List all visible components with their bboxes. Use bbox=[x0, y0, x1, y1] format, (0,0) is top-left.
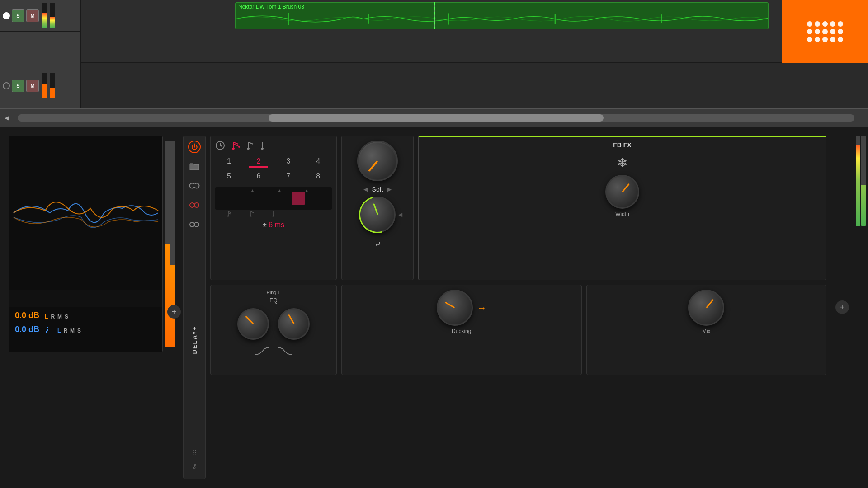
track-1-solo-btn[interactable]: S bbox=[12, 9, 24, 22]
logo-dots bbox=[807, 21, 843, 42]
freeze-button[interactable]: ❄ bbox=[423, 155, 821, 170]
ducking-section: → Ducking bbox=[341, 285, 582, 375]
green-knob-arrow[interactable]: ◀ bbox=[398, 211, 402, 218]
soft-knob[interactable] bbox=[357, 141, 398, 181]
key-button[interactable]: ⚷ bbox=[192, 462, 197, 469]
track-2-meter-left bbox=[42, 73, 47, 98]
clock-icon[interactable] bbox=[215, 141, 225, 150]
logo-box bbox=[782, 0, 868, 63]
analyzer-panel: 0.0 dB L R M S 0.0 dB ⛓ L R M S bbox=[9, 136, 163, 352]
link-icon[interactable]: ⛓ bbox=[45, 327, 52, 335]
svg-line-28 bbox=[228, 211, 231, 213]
svg-point-22 bbox=[247, 148, 250, 150]
eighth-note-icon[interactable] bbox=[247, 141, 254, 150]
mix-knob-container: Mix bbox=[688, 290, 724, 334]
svg-line-23 bbox=[249, 142, 253, 144]
return-button[interactable]: ⤶ bbox=[374, 239, 381, 249]
grid-num-6[interactable]: 6 bbox=[245, 170, 273, 183]
link-circles-button[interactable] bbox=[188, 179, 201, 192]
eq-knob-2-container bbox=[278, 308, 310, 340]
folder-button[interactable] bbox=[188, 160, 201, 173]
logo-dot bbox=[838, 21, 843, 27]
ch-r-orange[interactable]: R bbox=[51, 314, 55, 320]
logo-dot bbox=[822, 37, 828, 42]
analyzer-footer: 0.0 dB L R M S 0.0 dB ⛓ L R M S bbox=[9, 307, 162, 352]
quarter-note-icon[interactable] bbox=[261, 141, 267, 150]
plugin-main: 1 2 3 4 5 6 7 8 ▲ ▲ bbox=[210, 136, 826, 479]
track-1-record-btn[interactable] bbox=[3, 12, 10, 19]
record-stereo-button[interactable] bbox=[188, 218, 201, 231]
note-icons-row bbox=[215, 141, 332, 150]
add-button-right[interactable]: + bbox=[835, 300, 849, 314]
record-mono-button[interactable] bbox=[188, 199, 201, 211]
plugin-bottom-row: Ping L EQ bbox=[210, 285, 826, 375]
ch-s-blue[interactable]: S bbox=[77, 328, 81, 334]
delay-block[interactable] bbox=[292, 192, 305, 205]
logo-dot bbox=[807, 37, 812, 42]
audio-clip-1[interactable]: Nektar DW Tom 1 Brush 03 bbox=[235, 2, 769, 29]
right-meter-2 bbox=[861, 136, 866, 226]
svg-line-18 bbox=[234, 142, 238, 144]
svg-point-11 bbox=[190, 222, 194, 227]
track-1-content: Nektar DW Tom 1 Brush 03 bbox=[81, 0, 868, 32]
grid-num-5[interactable]: 5 bbox=[215, 170, 243, 183]
eq-section: Ping L EQ bbox=[210, 285, 337, 375]
soft-arrow-right[interactable]: ▶ bbox=[387, 186, 392, 192]
track-controls-1: S M bbox=[0, 0, 81, 63]
clip-label: Nektar DW Tom 1 Brush 03 bbox=[236, 3, 768, 11]
grid-num-3[interactable]: 3 bbox=[275, 155, 302, 168]
dotted-eighth-note-icon[interactable] bbox=[232, 141, 240, 150]
soft-arrow-left[interactable]: ◀ bbox=[363, 186, 368, 192]
number-grid: 1 2 3 4 5 6 7 8 bbox=[215, 155, 332, 183]
track-2-mute-btn[interactable]: M bbox=[26, 80, 39, 92]
eq-knob-1-container bbox=[237, 308, 269, 340]
scrollbar-track[interactable] bbox=[18, 114, 854, 122]
svg-point-34 bbox=[272, 216, 274, 217]
logo-dot bbox=[815, 21, 820, 27]
add-button-left[interactable]: + bbox=[167, 305, 181, 319]
bar-note-markers bbox=[227, 211, 277, 217]
svg-point-25 bbox=[261, 148, 264, 150]
dots-button[interactable]: ⠿ bbox=[192, 449, 197, 458]
track-area-2: S M bbox=[0, 63, 868, 108]
svg-line-32 bbox=[251, 211, 254, 213]
mix-section: Mix bbox=[586, 285, 827, 375]
eq-knobs bbox=[215, 308, 332, 344]
grid-num-7[interactable]: 7 bbox=[275, 170, 302, 183]
track-1-mute-btn[interactable]: M bbox=[26, 9, 39, 22]
track-2-record-btn[interactable] bbox=[3, 82, 10, 89]
eq-knob-1[interactable] bbox=[237, 308, 269, 340]
grid-num-8[interactable]: 8 bbox=[304, 170, 332, 183]
power-button[interactable]: ⏻ bbox=[188, 141, 201, 153]
mix-knob[interactable] bbox=[688, 290, 724, 326]
grid-num-1[interactable]: 1 bbox=[215, 155, 243, 168]
ch-m-blue[interactable]: M bbox=[70, 328, 75, 334]
ch-l-orange[interactable]: L bbox=[45, 314, 48, 320]
ducking-knob-container: → Ducking bbox=[437, 290, 486, 334]
delay-plus-label: DELAY+ bbox=[191, 326, 198, 354]
ducking-knob[interactable] bbox=[437, 290, 473, 326]
ch-m-orange[interactable]: M bbox=[57, 314, 62, 320]
eq-knob-2[interactable] bbox=[278, 308, 310, 340]
ducking-row: → bbox=[437, 290, 486, 326]
width-knob[interactable] bbox=[605, 175, 639, 209]
delay-bar-area[interactable]: ▲ ▲ ▲ bbox=[215, 187, 332, 210]
grid-num-2[interactable]: 2 bbox=[245, 155, 273, 168]
green-knob[interactable] bbox=[359, 197, 396, 233]
logo-dot bbox=[838, 29, 843, 34]
svg-point-20 bbox=[238, 146, 240, 148]
ch-s-orange[interactable]: S bbox=[65, 314, 68, 320]
ch-r-blue[interactable]: R bbox=[63, 328, 67, 334]
track-1-meter-left bbox=[42, 3, 47, 28]
soft-label: Soft bbox=[372, 186, 383, 193]
logo-dot bbox=[830, 21, 835, 27]
width-label: Width bbox=[615, 211, 629, 217]
track-2-solo-btn[interactable]: S bbox=[12, 80, 24, 92]
ch-l-blue[interactable]: L bbox=[57, 328, 61, 334]
eq-curve-1-icon bbox=[255, 347, 269, 356]
scroll-left-arrow[interactable]: ◀ bbox=[5, 115, 9, 121]
grid-num-4[interactable]: 4 bbox=[304, 155, 332, 168]
ducking-label: Ducking bbox=[452, 328, 471, 334]
mix-label: Mix bbox=[702, 328, 711, 334]
scrollbar-thumb[interactable] bbox=[269, 114, 603, 122]
